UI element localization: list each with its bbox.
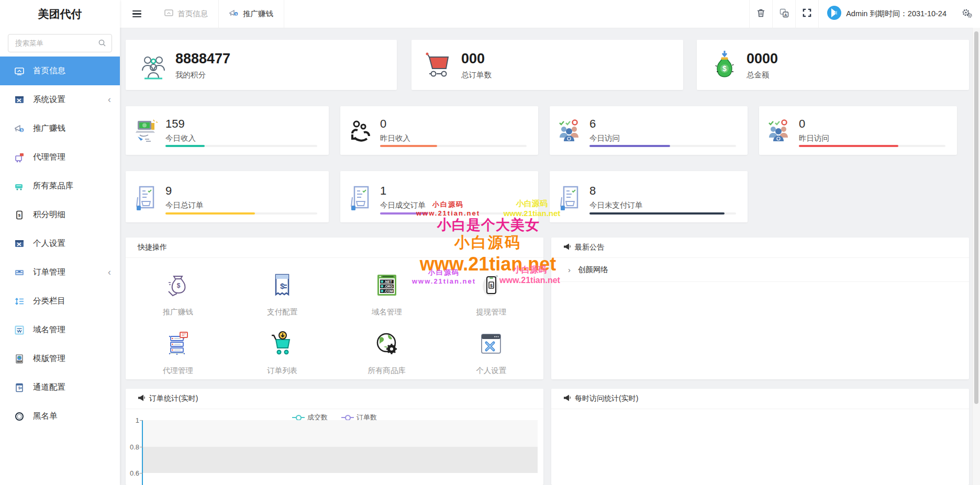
sidebar-item-label: 代理管理 bbox=[33, 152, 65, 163]
progress-fill bbox=[589, 212, 725, 215]
sidebar-item-promote-earn[interactable]: $ 推广赚钱 bbox=[0, 114, 120, 143]
stat-card-total-orders: 000 总订单数 bbox=[411, 40, 683, 90]
settings-button[interactable] bbox=[954, 0, 980, 28]
announcement-item[interactable]: › 创颜网络 bbox=[551, 258, 969, 282]
quick-action-label: 个人设置 bbox=[476, 366, 506, 376]
red-cart-icon bbox=[423, 49, 455, 83]
sidebar-item-label: 黑名单 bbox=[33, 411, 58, 422]
stat-label: 总金额 bbox=[747, 70, 778, 80]
quick-action-label: 推广赚钱 bbox=[163, 307, 193, 317]
hamburger-menu-icon[interactable] bbox=[120, 0, 154, 28]
search-input[interactable] bbox=[8, 34, 112, 52]
tab-home-info[interactable]: 首页信息 bbox=[154, 0, 219, 28]
sidebar-item-category[interactable]: 分类栏目 bbox=[0, 287, 120, 315]
svg-text:HTML: HTML bbox=[17, 360, 21, 362]
personal-settings-icon bbox=[14, 239, 25, 249]
quick-action-label: 订单列表 bbox=[267, 366, 297, 376]
home-screen-icon bbox=[14, 66, 25, 76]
quick-action-withdraw-manage[interactable]: $ 提现管理 bbox=[439, 272, 544, 330]
quick-action-order-list[interactable]: 订单列表 bbox=[230, 330, 335, 389]
chevron-left-icon: ‹ bbox=[108, 266, 111, 277]
sidebar-item-channel-config[interactable]: $ 通道配置 bbox=[0, 373, 120, 402]
stat-value: 8888477 bbox=[175, 51, 230, 67]
quick-action-agent-manage[interactable]: 代理管理 bbox=[126, 330, 230, 389]
quick-action-pay-config[interactable]: $ 支付配置 bbox=[230, 272, 335, 330]
visitors-icon bbox=[558, 118, 584, 146]
quick-action-domain-manage[interactable]: .NET.ORG.COM 域名管理 bbox=[335, 272, 439, 330]
svg-text:$: $ bbox=[18, 386, 20, 390]
gears-icon bbox=[961, 8, 973, 20]
sidebar-item-label: 所有菜品库 bbox=[33, 181, 74, 191]
svg-text:A: A bbox=[784, 12, 787, 17]
progress-bar bbox=[589, 212, 736, 215]
tab-window-icon bbox=[164, 9, 173, 18]
order-doc-icon bbox=[133, 185, 159, 214]
sidebar-item-blacklist[interactable]: 黑名单 bbox=[0, 402, 120, 431]
coins-arrow-icon bbox=[348, 118, 374, 146]
trash-icon bbox=[756, 8, 765, 20]
svg-text:.NET: .NET bbox=[384, 280, 392, 284]
vertical-scrollbar[interactable] bbox=[972, 28, 980, 485]
order-doc-icon bbox=[558, 185, 583, 214]
orders-chart-panel: 订单统计(实时) 成交数 订单数 1 0.8 0.6 bbox=[126, 389, 543, 485]
progress-fill bbox=[799, 145, 898, 148]
points-detail-icon: $ bbox=[14, 210, 25, 220]
admin-expiry-text: Admin 到期时间：2031-10-24 bbox=[846, 9, 946, 19]
svg-text:$: $ bbox=[490, 283, 493, 288]
quick-action-personal-settings[interactable]: 个人设置 bbox=[439, 330, 544, 389]
legend-marker bbox=[292, 417, 305, 418]
stat-value: 000 bbox=[461, 51, 492, 67]
sidebar: 美团代付 首页信息 系统设置 ‹ $ 推广赚钱 代理管 bbox=[0, 0, 120, 485]
sidebar-item-system-settings[interactable]: 系统设置 ‹ bbox=[0, 85, 120, 114]
stat-value: 0000 bbox=[747, 51, 778, 67]
quick-action-label: 代理管理 bbox=[163, 366, 193, 376]
stat-card-today-completed-orders: 1 今日成交订单 bbox=[340, 171, 538, 222]
sidebar-item-points-detail[interactable]: $ 积分明细 bbox=[0, 200, 120, 229]
chart-band bbox=[143, 420, 538, 447]
system-settings-icon bbox=[14, 95, 25, 105]
progress-fill bbox=[380, 212, 428, 215]
announcements-panel: 最新公告 › 创颜网络 bbox=[551, 238, 969, 379]
admin-account[interactable]: Admin 到期时间：2031-10-24 bbox=[818, 0, 954, 28]
sidebar-item-agent-manage[interactable]: 代理管理 bbox=[0, 143, 120, 172]
clear-cache-button[interactable] bbox=[749, 0, 772, 28]
y-tick-mark bbox=[140, 473, 143, 473]
qa-domain-icon: .NET.ORG.COM bbox=[373, 272, 400, 301]
fullscreen-button[interactable] bbox=[795, 0, 818, 28]
sidebar-item-order-manage[interactable]: 订单管理 ‹ bbox=[0, 258, 120, 287]
domain-manage-icon bbox=[14, 325, 25, 335]
sidebar-item-template-manage[interactable]: HTML 模版管理 bbox=[0, 344, 120, 373]
panel-title: 快捷操作 bbox=[138, 243, 167, 252]
scrollbar-thumb[interactable] bbox=[974, 31, 978, 404]
tab-label: 首页信息 bbox=[177, 9, 208, 19]
svg-text:$: $ bbox=[722, 64, 727, 73]
tab-promote-earn[interactable]: $ 推广赚钱 bbox=[219, 0, 284, 28]
sidebar-item-domain-manage[interactable]: 域名管理 bbox=[0, 315, 120, 344]
progress-fill bbox=[165, 212, 255, 215]
language-switch-button[interactable]: A bbox=[772, 0, 795, 28]
sidebar-item-label: 推广赚钱 bbox=[33, 123, 65, 134]
stat-label: 昨日访问 bbox=[799, 133, 829, 143]
topbar-right: A Admin 到期时间：2031-10-24 bbox=[749, 0, 980, 28]
translate-icon: A bbox=[779, 8, 789, 20]
template-manage-icon: HTML bbox=[14, 354, 25, 364]
chevron-left-icon: ‹ bbox=[108, 94, 111, 105]
stat-label: 今日收入 bbox=[165, 133, 196, 143]
sidebar-item-home[interactable]: 首页信息 bbox=[0, 57, 120, 85]
tab-megaphone-icon: $ bbox=[229, 9, 239, 19]
app-logo: 美团代付 bbox=[0, 0, 120, 28]
stat-label: 今日成交订单 bbox=[380, 200, 426, 210]
income-laptop-icon bbox=[133, 118, 160, 146]
qa-pay-config-icon: $ bbox=[269, 272, 296, 301]
search-icon bbox=[98, 39, 106, 49]
sidebar-item-label: 通道配置 bbox=[33, 382, 65, 393]
order-manage-icon bbox=[14, 267, 25, 278]
quick-actions-panel: 快捷操作 $ 推广赚钱 $ 支付配置 .NET.ORG.COM 域名管理 $ 提… bbox=[126, 238, 543, 379]
sidebar-item-dishes-library[interactable]: 所有菜品库 bbox=[0, 172, 120, 200]
legend-marker bbox=[341, 417, 354, 418]
channel-config-icon: $ bbox=[14, 382, 25, 393]
quick-action-goods-library[interactable]: 所有商品库 bbox=[335, 330, 439, 389]
quick-action-promote-earn[interactable]: $ 推广赚钱 bbox=[126, 272, 230, 330]
sidebar-item-personal-settings[interactable]: 个人设置 bbox=[0, 229, 120, 258]
stat-label: 今日访问 bbox=[589, 133, 620, 143]
